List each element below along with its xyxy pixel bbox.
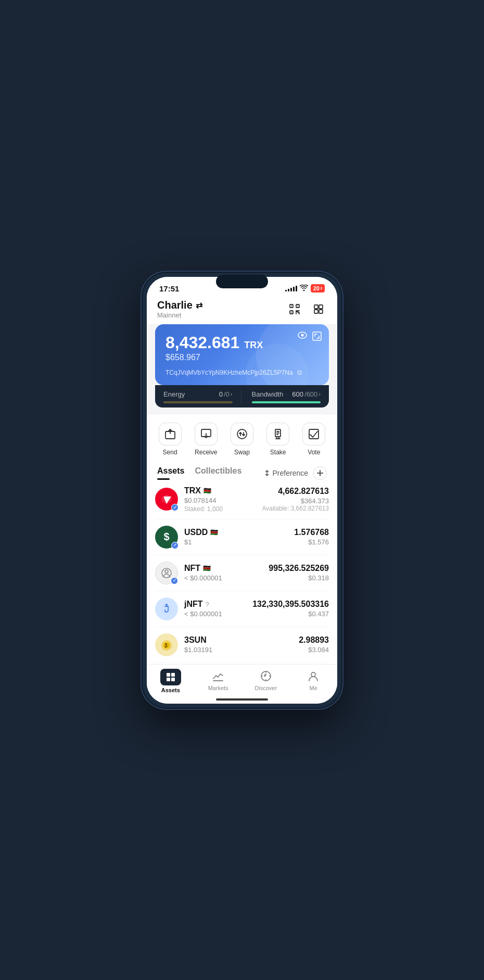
svg-point-8 [301,334,304,336]
asset-list: ✓ TRX 🇰🇪 $0.078144 Staked: 1,000 4,662.8… [147,480,337,664]
swap-button[interactable]: Swap [231,423,253,456]
eye-icon[interactable] [298,332,307,343]
asset-item-jnft[interactable]: jNFT ? < $0.000001 132,330,395.503316 $0… [155,591,329,627]
asset-item-3sun[interactable]: 3 3SUN $1.03191 2.98893 $3.084 [155,627,329,663]
energy-bar [163,401,233,403]
wallet-address-row: TCqJVqMVbYcYpN9KHzheMcPjp26ZL5P7Na ⧉ [165,368,319,377]
tabs-right: Preference [263,466,327,480]
jnft-price: < $0.000001 [184,610,252,618]
3sun-logo: 3 [155,633,178,656]
tab-collectibles[interactable]: Collectibles [195,466,241,480]
stake-button[interactable]: Stake [266,423,289,456]
wallet-name[interactable]: Charlie ⇄ [157,299,202,311]
nft-name: NFT [184,564,200,573]
svg-rect-25 [171,678,175,681]
nav-markets-icon [211,669,225,683]
nft-logo: ✓ [155,562,178,584]
vote-button[interactable]: Vote [302,423,325,456]
status-icons: 20 [285,284,325,292]
asset-item-nft[interactable]: ✓ NFT 🇰🇪 < $0.000001 995,326.525269 $0.3… [155,555,329,591]
energy-label: Energy [163,390,185,398]
nav-assets[interactable]: Assets [147,669,195,693]
add-token-button[interactable] [313,466,327,480]
energy-values: 0 /0 [219,390,230,398]
wallet-switch-icon[interactable]: ⇄ [196,300,202,310]
bandwidth-values: 600 /600 [292,390,317,398]
wallet-address[interactable]: TCqJVqMVbYcYpN9KHzheMcPjp26ZL5P7Na [165,369,293,376]
nav-discover-label: Discover [254,685,277,691]
svg-point-27 [311,672,315,677]
asset-item-usdd[interactable]: $ ✓ USDD 🇰🇪 $1 1.576768 $1.576 [155,519,329,555]
card-top-icons [298,332,322,343]
balance-usd: $658.967 [165,353,319,362]
copy-address-icon[interactable]: ⧉ [297,368,302,377]
bandwidth-bar [252,401,321,403]
usdd-name: USDD [184,528,208,537]
trx-amounts: 4,662.827613 $364.373 Available: 3,662.8… [262,487,329,512]
nav-me[interactable]: Me [290,669,338,693]
bandwidth-chevron-icon[interactable]: › [319,391,321,397]
vote-label: Vote [308,449,320,456]
svg-text:3: 3 [164,643,168,648]
svg-rect-4 [319,305,323,309]
stake-label: Stake [270,449,286,456]
nav-me-icon [306,669,321,683]
usdd-balance-usd: $1.576 [294,538,329,546]
wallet-name-section: Charlie ⇄ Mainnet [157,299,202,319]
svg-rect-5 [314,310,318,313]
svg-rect-9 [313,332,321,340]
preference-button[interactable]: Preference [263,469,308,477]
phone-screen: 17:51 20 [147,277,337,704]
trx-logo: ✓ [155,488,178,511]
nft-amounts: 995,326.525269 $0.318 [269,564,329,582]
expand-icon[interactable] [312,332,322,343]
jnft-help-icon: ? [206,601,209,608]
svg-rect-6 [319,310,323,313]
svg-point-12 [237,429,247,439]
dynamic-island [216,275,268,288]
receive-button[interactable]: Receive [195,423,218,456]
tab-assets[interactable]: Assets [157,466,184,480]
usdd-info: USDD 🇰🇪 $1 [184,528,294,546]
trx-price: $0.078144 [184,497,262,504]
3sun-price: $1.03191 [184,646,299,654]
3sun-amounts: 2.98893 $3.084 [299,635,329,654]
svg-point-16 [165,570,168,573]
wifi-icon [300,285,308,292]
nav-discover[interactable]: Discover [242,669,290,693]
jnft-balance: 132,330,395.503316 [252,600,329,609]
vote-icon [302,423,325,446]
resource-section: Energy 0 /0 › [155,385,329,408]
jnft-info: jNFT ? < $0.000001 [184,600,252,618]
receive-label: Receive [195,449,217,456]
nav-markets[interactable]: Markets [195,669,243,693]
asset-item-trx[interactable]: ✓ TRX 🇰🇪 $0.078144 Staked: 1,000 4,662.8… [155,480,329,519]
svg-rect-3 [314,305,318,309]
send-button[interactable]: Send [159,423,182,456]
scan-button[interactable] [286,301,303,317]
tabs-left: Assets Collectibles [157,466,241,480]
balance-card: 8,432.681 TRX $658.967 TCqJVqMVbYcYpN9KH… [155,324,329,385]
phone-frame: 17:51 20 [141,271,343,710]
trx-verified-badge: ✓ [171,504,179,511]
nft-verified-badge: ✓ [171,577,178,584]
app-header: Charlie ⇄ Mainnet [147,295,337,324]
usdd-flag: 🇰🇪 [210,529,218,536]
stake-icon [266,423,289,446]
trx-balance: 4,662.827613 [262,487,329,496]
nav-assets-icon [160,669,181,685]
usdd-logo: $ ✓ [155,526,178,549]
send-label: Send [163,449,177,456]
battery-indicator: 20 [311,284,325,292]
trx-staked: Staked: 1,000 [184,505,262,513]
trx-info: TRX 🇰🇪 $0.078144 Staked: 1,000 [184,486,262,513]
network-label: Mainnet [157,311,202,319]
energy-chevron-icon[interactable]: › [231,391,233,397]
jnft-logo [155,597,178,620]
bandwidth-label: Bandwidth [252,390,284,398]
qr-button[interactable] [310,301,327,317]
balance-number: 8,432.681 [165,333,239,352]
svg-rect-22 [167,673,170,677]
status-time: 17:51 [159,284,179,293]
trx-balance-usd: $364.373 [262,497,329,505]
